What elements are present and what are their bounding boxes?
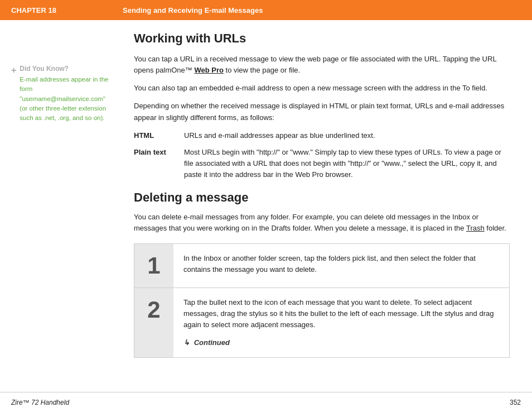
term-plaintext-row: Plain text Most URLs begin with "http://…	[134, 147, 510, 180]
step-content-1: In the Inbox or another folder screen, t…	[173, 244, 509, 288]
step-number-2: 2	[134, 288, 173, 358]
step-number-1: 1	[134, 244, 173, 288]
term-html-row: HTML URLs and e-mail addresses appear as…	[134, 130, 510, 141]
continued-label: ↳ Continued	[183, 337, 499, 348]
header-bar: CHAPTER 18 Sending and Receiving E-mail …	[0, 0, 532, 20]
para4: You can delete e-mail messages from any …	[134, 212, 510, 234]
para4-text: You can delete e-mail messages from any …	[134, 213, 478, 232]
para3: Depending on whether the received messag…	[134, 100, 510, 123]
term-plaintext-def: Most URLs begin with "http://" or "www."…	[184, 147, 510, 180]
footer: Zire™ 72 Handheld 352	[0, 392, 532, 412]
step-content-2: Tap the bullet next to the icon of each …	[173, 288, 509, 358]
plus-icon: +	[11, 65, 16, 75]
did-you-know-block: + Did You Know? E-mail addresses appear …	[11, 65, 112, 123]
term-plaintext-label: Plain text	[134, 147, 184, 158]
table-row: 1 In the Inbox or another folder screen,…	[134, 244, 509, 288]
para1: You can tap a URL in a received message …	[134, 54, 510, 76]
sidebar: + Did You Know? E-mail addresses appear …	[0, 31, 123, 392]
term-html-def: URLs and e-mail addresses appear as blue…	[184, 130, 510, 141]
article-content: Working with URLs You can tap a URL in a…	[123, 31, 532, 392]
para4-end: folder.	[486, 224, 506, 232]
section2-title: Deleting a message	[134, 190, 510, 205]
section1-title: Working with URLs	[134, 31, 510, 46]
term-html-label: HTML	[134, 130, 184, 141]
header-section-title: Sending and Receiving E-mail Messages	[123, 6, 263, 15]
continued-arrow-icon: ↳	[183, 338, 190, 347]
trash-link[interactable]: Trash	[466, 224, 485, 232]
main-content: + Did You Know? E-mail addresses appear …	[0, 20, 532, 392]
table-row: 2 Tap the bullet next to the icon of eac…	[134, 288, 509, 358]
para2: You can also tap an embedded e-mail addr…	[134, 83, 510, 94]
chapter-label: CHAPTER 18	[11, 6, 123, 15]
footer-brand: Zire™ 72 Handheld	[11, 399, 69, 406]
footer-page-number: 352	[510, 399, 521, 406]
sidebar-tip-text: E-mail addresses appear in the form "use…	[20, 76, 108, 121]
steps-table: 1 In the Inbox or another folder screen,…	[134, 243, 510, 358]
did-you-know-label: Did You Know?	[20, 65, 112, 73]
